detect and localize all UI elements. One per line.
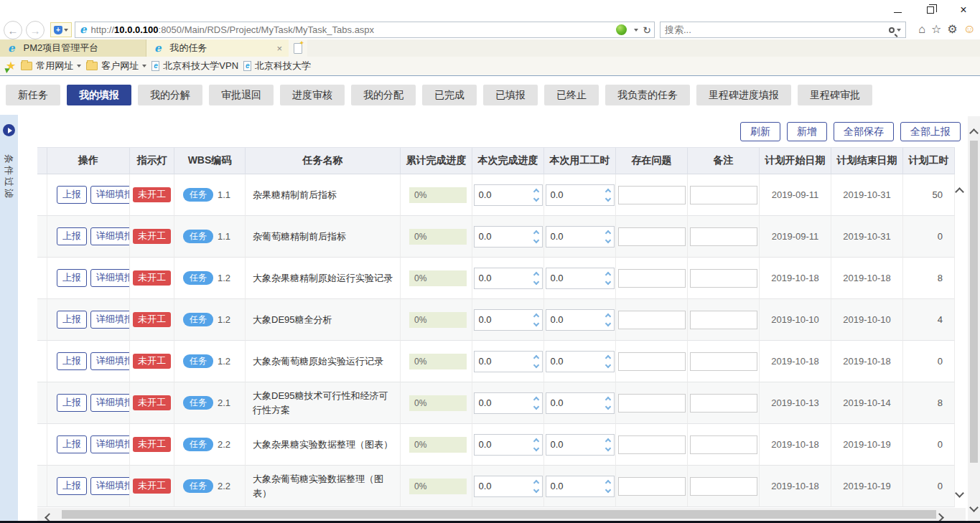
favorites-folder-common[interactable]: 常用网址 (21, 60, 81, 72)
add-favorite-icon[interactable]: ★ (6, 60, 16, 72)
close-button[interactable]: × (947, 0, 980, 20)
addon-icon[interactable] (616, 24, 627, 35)
this-progress-input[interactable] (475, 310, 531, 330)
detail-fill-button[interactable]: 详细填报 (90, 311, 130, 328)
spinner-up-icon[interactable] (533, 230, 538, 235)
horizontal-scrollbar[interactable] (37, 508, 966, 521)
spinner-down-icon[interactable] (605, 403, 610, 409)
spinner-up-icon[interactable] (605, 438, 610, 443)
refresh-icon[interactable]: ↻ (643, 24, 651, 36)
detail-fill-button[interactable]: 详细填报 (90, 435, 130, 453)
remark-input[interactable] (690, 186, 757, 204)
spinner-down-icon[interactable] (605, 320, 610, 326)
spinner-up-icon[interactable] (605, 271, 610, 277)
spinner-down-icon[interactable] (533, 445, 538, 451)
this-progress-input[interactable] (475, 352, 531, 372)
this-hours-input[interactable] (546, 352, 602, 372)
spinner-up-icon[interactable] (533, 271, 538, 277)
nav-tab[interactable]: 审批退回 (209, 85, 274, 105)
spinner-up-icon[interactable] (533, 396, 538, 402)
this-hours-input[interactable] (546, 227, 602, 247)
detail-fill-button[interactable]: 详细填报 (90, 394, 130, 411)
vertical-scrollbar[interactable] (968, 116, 980, 521)
problem-input[interactable] (618, 435, 686, 454)
this-hours-input[interactable] (546, 476, 602, 496)
favorites-star-icon[interactable]: ☆ (931, 22, 941, 37)
report-button[interactable]: 上报 (57, 394, 87, 411)
spinner-up-icon[interactable] (605, 479, 610, 485)
home-icon[interactable]: ⌂ (918, 22, 925, 37)
detail-fill-button[interactable]: 详细填报 (90, 352, 130, 369)
toolbar-button[interactable]: 新增 (787, 122, 827, 141)
report-button[interactable]: 上报 (57, 352, 87, 369)
remark-input[interactable] (690, 227, 757, 246)
this-progress-input[interactable] (475, 476, 531, 496)
restore-button[interactable] (914, 0, 947, 20)
remark-input[interactable] (690, 352, 757, 371)
address-bar[interactable]: e http://10.0.0.100:8050/Main/RDS/Projec… (75, 22, 655, 38)
spinner-up-icon[interactable] (605, 354, 610, 360)
spinner-down-icon[interactable] (605, 237, 610, 242)
minimize-button[interactable] (881, 0, 914, 20)
tab-close-icon[interactable]: × (276, 44, 282, 53)
new-tab-button[interactable]: ✦ (289, 39, 307, 57)
nav-tab[interactable]: 已填报 (483, 85, 538, 105)
remark-input[interactable] (690, 394, 757, 413)
report-button[interactable]: 上报 (57, 311, 87, 328)
problem-input[interactable] (618, 394, 686, 413)
toolbar-button[interactable]: 全部上报 (900, 122, 961, 141)
settings-gear-icon[interactable]: ⚙ (947, 22, 957, 37)
compatibility-button[interactable]: + (50, 22, 72, 37)
nav-tab[interactable]: 我的填报 (67, 85, 131, 105)
nav-tab[interactable]: 我的分解 (138, 85, 202, 105)
nav-tab[interactable]: 我的分配 (351, 85, 416, 105)
spinner-up-icon[interactable] (605, 313, 610, 319)
spinner-up-icon[interactable] (533, 354, 538, 360)
spinner-down-icon[interactable] (605, 362, 610, 367)
nav-tab[interactable]: 我负责的任务 (605, 85, 690, 105)
vertical-scrollbar-thumb[interactable] (970, 141, 978, 463)
browser-tab-pm2[interactable]: e PM2项目管理平台 (0, 39, 146, 57)
spinner-down-icon[interactable] (605, 486, 610, 492)
search-icon[interactable] (889, 27, 895, 33)
spinner-down-icon[interactable] (605, 445, 610, 451)
nav-tab[interactable]: 新任务 (6, 85, 60, 105)
nav-tab[interactable]: 进度审核 (280, 85, 345, 105)
search-input[interactable] (665, 24, 889, 35)
favorites-folder-customer[interactable]: 客户网址 (86, 60, 146, 72)
addon-dropdown-icon[interactable] (634, 29, 638, 32)
this-hours-input[interactable] (546, 393, 602, 413)
this-hours-input[interactable] (546, 185, 602, 205)
this-progress-input[interactable] (475, 185, 531, 205)
remark-input[interactable] (690, 477, 757, 496)
nav-tab[interactable]: 已完成 (422, 85, 477, 105)
forward-button[interactable]: → (26, 21, 45, 39)
spinner-up-icon[interactable] (605, 188, 610, 194)
detail-fill-button[interactable]: 详细填报 (90, 186, 130, 203)
this-hours-input[interactable] (546, 268, 602, 288)
this-progress-input[interactable] (475, 435, 531, 455)
toolbar-button[interactable]: 刷新 (740, 122, 780, 141)
problem-input[interactable] (618, 186, 686, 204)
spinner-down-icon[interactable] (605, 278, 610, 284)
scroll-down-button[interactable] (971, 501, 977, 514)
spinner-up-icon[interactable] (605, 396, 610, 402)
spinner-down-icon[interactable] (533, 195, 538, 201)
problem-input[interactable] (618, 269, 686, 288)
spinner-down-icon[interactable] (533, 362, 538, 367)
remark-input[interactable] (690, 269, 757, 288)
this-progress-input[interactable] (475, 268, 531, 288)
spinner-up-icon[interactable] (605, 230, 610, 235)
this-hours-input[interactable] (546, 310, 602, 330)
spinner-up-icon[interactable] (533, 313, 538, 319)
favorite-link-ustb[interactable]: 北京科技大学 (243, 60, 311, 72)
spinner-down-icon[interactable] (533, 403, 538, 409)
expand-filter-button[interactable] (3, 124, 15, 136)
problem-input[interactable] (618, 227, 686, 246)
scroll-up-button[interactable] (971, 126, 977, 139)
toolbar-button[interactable]: 全部保存 (834, 122, 894, 141)
spinner-down-icon[interactable] (605, 195, 610, 201)
problem-input[interactable] (618, 477, 686, 496)
report-button[interactable]: 上报 (57, 227, 87, 245)
problem-input[interactable] (618, 352, 686, 371)
